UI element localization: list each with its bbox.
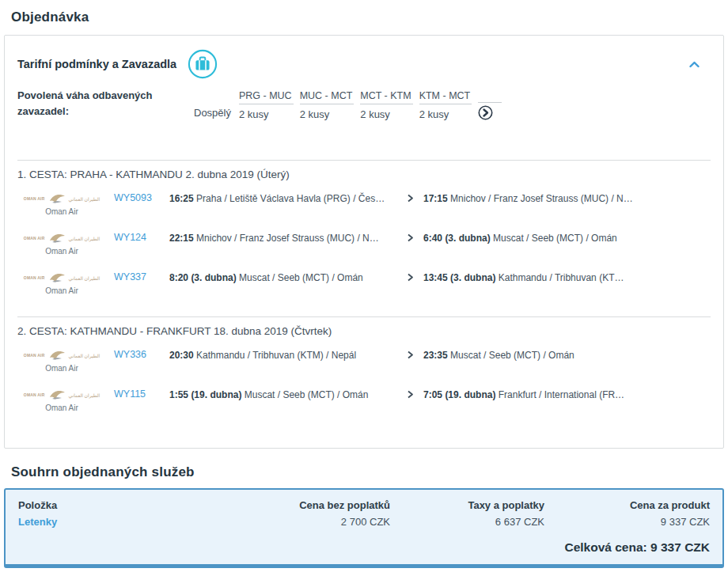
arrival-airport: Muscat / Seeb (MCT) / Omán xyxy=(450,350,574,361)
arrival-time: 23:35 xyxy=(423,350,448,361)
allowance-col-mct-ktm: MCT - KTM 2 kusy xyxy=(360,90,412,120)
oman-air-logo-latin: OMAN AIR xyxy=(24,392,45,397)
oman-air-bird-icon xyxy=(47,271,66,284)
journey-2: 2. CESTA: KATHMANDU - FRANKFURT 18. dubn… xyxy=(17,316,711,415)
flight-row: OMAN AIR الطيران العماني Oman Air WY5093… xyxy=(17,191,711,218)
arrival-airport: Muscat / Seeb (MCT) / Omán xyxy=(493,233,617,244)
oman-air-logo-latin: OMAN AIR xyxy=(24,353,45,358)
route-allowance: 2 kusy xyxy=(360,104,412,120)
arrival-airport: Mnichov / Franz Josef Strauss (MUC) / N… xyxy=(450,193,633,204)
arrival-time: 6:40 xyxy=(423,233,442,244)
oman-air-logo-arabic: الطيران العماني xyxy=(69,236,100,241)
arrival-info: 7:05 (19. dubna) Frankfurt / Internation… xyxy=(423,388,711,402)
oman-air-logo-latin: OMAN AIR xyxy=(24,275,45,280)
page-title: Objednávka xyxy=(11,9,724,25)
summary-col-product-price: Cena za produkt xyxy=(544,499,710,511)
flight-number-link[interactable]: WY5093 xyxy=(114,192,158,203)
departure-date: (19. dubna) xyxy=(191,389,241,400)
oman-air-logo: OMAN AIR الطيران العماني Oman Air xyxy=(17,231,106,256)
chevron-right-icon xyxy=(407,351,414,359)
summary-title: Souhrn objednaných služeb xyxy=(11,464,724,480)
arrow-right-circle-icon[interactable] xyxy=(478,103,502,120)
journey-2-header: 2. CESTA: KATHMANDU - FRANKFURT 18. dubn… xyxy=(17,325,711,337)
departure-airport: Muscat / Seeb (MCT) / Omán xyxy=(239,272,363,283)
summary-box: Položka Letenky Cena bez poplatků 2 700 … xyxy=(4,488,724,568)
departure-time: 20:30 xyxy=(169,350,194,361)
tariff-baggage-card: Tarifní podmínky a Zavazadla Povolená vá… xyxy=(4,35,724,449)
flight-number-link[interactable]: WY124 xyxy=(114,232,158,243)
flight-number-link[interactable]: WY336 xyxy=(114,349,158,360)
departure-info: 8:20 (3. dubna) Muscat / Seeb (MCT) / Om… xyxy=(169,271,400,285)
baggage-allowance-table: Dospělý PRG - MUC 2 kusy MUC - MCT 2 kus… xyxy=(194,88,508,120)
baggage-allowance: Povolená váha odbavených zavazadel: Dosp… xyxy=(17,88,711,120)
flight-row: OMAN AIR الطيران العماني Oman Air WY124 … xyxy=(17,231,711,258)
flight-row: OMAN AIR الطيران العماني Oman Air WY115 … xyxy=(17,388,711,415)
departure-info: 20:30 Kathmandu / Tribhuvan (KTM) / Nepá… xyxy=(169,349,400,362)
arrival-date: (3. dubna) xyxy=(445,233,490,244)
taxes-value: 6 637 CZK xyxy=(390,516,544,528)
departure-info: 22:15 Mnichov / Franz Josef Strauss (MUC… xyxy=(169,232,400,245)
departure-info: 16:25 Praha / Letiště Václava Havla (PRG… xyxy=(169,192,400,206)
oman-air-logo: OMAN AIR الطيران العماني Oman Air xyxy=(17,348,106,373)
arrival-date: (3. dubna) xyxy=(450,272,495,283)
flight-number-link[interactable]: WY337 xyxy=(114,271,158,282)
chevron-right-icon xyxy=(407,233,414,242)
chevron-right-icon xyxy=(407,194,414,203)
arrival-info: 23:35 Muscat / Seeb (MCT) / Omán xyxy=(423,349,711,362)
airline-name: Oman Air xyxy=(17,286,106,295)
oman-air-logo-arabic: الطيران العماني xyxy=(69,196,100,202)
arrival-airport: Frankfurt / International (FR… xyxy=(499,389,624,400)
airline-name: Oman Air xyxy=(17,247,106,256)
chevron-up-icon[interactable] xyxy=(689,61,700,68)
oman-air-bird-icon xyxy=(47,192,66,205)
oman-air-logo-latin: OMAN AIR xyxy=(24,236,45,241)
arrival-info: 17:15 Mnichov / Franz Josef Strauss (MUC… xyxy=(423,192,711,206)
departure-airport: Praha / Letiště Václava Havla (PRG) / Če… xyxy=(196,193,385,204)
route-label-empty xyxy=(478,88,502,103)
oman-air-logo: OMAN AIR الطيران العماني Oman Air xyxy=(17,191,106,216)
arrival-time: 17:15 xyxy=(423,193,448,204)
passenger-type-label: Dospělý xyxy=(194,107,231,120)
allowance-col-prg-muc: PRG - MUC 2 kusy xyxy=(239,90,294,120)
departure-date: (3. dubna) xyxy=(191,272,236,283)
summary-table: Položka Letenky Cena bez poplatků 2 700 … xyxy=(18,499,710,528)
oman-air-logo-latin: OMAN AIR xyxy=(24,196,45,201)
journey-1-header: 1. CESTA: PRAHA - KATHMANDU 2. dubna 201… xyxy=(17,169,711,180)
oman-air-bird-icon xyxy=(47,232,66,244)
departure-airport: Kathmandu / Tribhuvan (KTM) / Nepál xyxy=(196,350,356,361)
oman-air-bird-icon xyxy=(47,388,66,401)
letenky-link[interactable]: Letenky xyxy=(18,516,57,528)
allowance-col-muc-mct: MUC - MCT 2 kusy xyxy=(300,90,355,120)
oman-air-logo: OMAN AIR الطيران العماني Oman Air xyxy=(17,271,106,295)
chevron-right-icon xyxy=(407,273,414,282)
journey-1: 1. CESTA: PRAHA - KATHMANDU 2. dubna 201… xyxy=(17,160,711,297)
flight-number-link[interactable]: WY115 xyxy=(114,388,158,400)
allowance-more-col xyxy=(478,88,502,120)
product-price-value: 9 337 CZK xyxy=(544,516,710,528)
tariff-card-title: Tarifní podmínky a Zavazadla xyxy=(17,58,176,70)
route-label: MUC - MCT xyxy=(300,90,355,104)
route-allowance: 2 kusy xyxy=(300,104,355,120)
airline-name: Oman Air xyxy=(17,207,106,216)
summary-col-item: Položka xyxy=(18,499,161,511)
arrival-airport: Kathmandu / Tribhuvan (KT… xyxy=(499,272,624,283)
summary-col-net-price: Cena bez poplatků xyxy=(161,499,390,511)
order-page: Objednávka Tarifní podmínky a Zavazadla xyxy=(0,0,728,568)
arrival-info: 13:45 (3. dubna) Kathmandu / Tribhuvan (… xyxy=(423,271,711,285)
departure-airport: Muscat / Seeb (MCT) / Omán xyxy=(245,389,369,400)
oman-air-logo: OMAN AIR الطيران العماني Oman Air xyxy=(17,388,106,412)
tariff-card-header: Tarifní podmínky a Zavazadla xyxy=(17,48,711,80)
oman-air-logo-arabic: الطيران العماني xyxy=(69,275,100,281)
airline-name: Oman Air xyxy=(17,364,106,373)
oman-air-logo-arabic: الطيران العماني xyxy=(69,392,100,398)
airline-name: Oman Air xyxy=(17,404,106,412)
departure-time: 22:15 xyxy=(169,233,194,244)
arrival-info: 6:40 (3. dubna) Muscat / Seeb (MCT) / Om… xyxy=(423,232,711,245)
flight-row: OMAN AIR الطيران العماني Oman Air WY337 … xyxy=(17,271,711,297)
baggage-allowance-label: Povolená váha odbavených zavazadel: xyxy=(17,88,172,120)
route-allowance: 2 kusy xyxy=(419,104,472,120)
departure-time: 8:20 xyxy=(169,272,188,283)
summary-col-taxes: Taxy a poplatky xyxy=(390,499,544,511)
chevron-right-icon xyxy=(407,390,414,399)
grand-total: Celková cena: 9 337 CZK xyxy=(18,540,710,555)
